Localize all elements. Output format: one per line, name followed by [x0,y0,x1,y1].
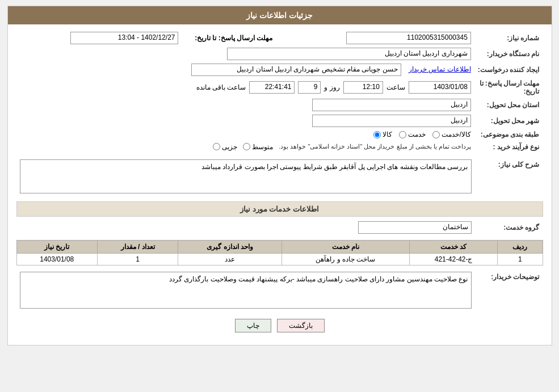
col-name: نام خدمت [281,241,410,254]
info-table: شماره نیاز: 1102005315000345 مهلت ارسال … [16,30,543,153]
footer-buttons: بازگشت چاپ [16,319,543,332]
tabaghe-khidmat-label: خدمت [408,130,426,138]
tabaghe-khidmat-radio[interactable] [399,131,406,138]
ijad-value-cell: اطلاعات تماس خریدار حسن جویانی مقام تشخی… [16,62,474,78]
service-table-head: ردیف کد خدمت نام خدمت واحد اندازه گیری ت… [16,241,543,254]
back-button[interactable]: بازگشت [277,319,325,332]
cell-radif: 1 [498,254,543,265]
dasgah-value: شهرداری اردبیل استان اردبیل [227,48,471,60]
tvsiyat-label: توضیحات خریدار: [475,270,543,312]
cell-name: ساخت جاده و راهآهن [281,254,410,265]
baqi-value: 22:41:41 [249,81,295,94]
col-date: تاریخ نیاز [16,241,97,254]
baqi-label: ساعت باقی مانده [196,83,246,91]
sharh-label: شرح کلی نیاز: [475,158,543,197]
tabaghe-kala-khidmat: کالا/خدمت [432,130,470,138]
content-area: شماره نیاز: 1102005315000345 مهلت ارسال … [8,24,552,345]
nooe-jozi-radio[interactable] [213,143,220,150]
ostan-label: استان محل تحویل: [474,97,543,113]
cell-unit: عدد [178,254,281,265]
tarikh-value-cell: 1402/12/27 - 13:04 [16,30,182,46]
rooz-label: روز و [324,83,339,91]
row-ijad: ایجاد کننده درخواست: اطلاعات تماس خریدار… [16,62,543,78]
table-row: 1 ج-42-42-421 ساخت جاده و راهآهن عدد 1 1… [16,254,543,265]
mohlat-text: مهلت ارسال پاسخ: تاتاریخ: [480,79,540,95]
tvsiyat-table: توضیحات خریدار: نوع صلاحیت مهندسین مشاور… [16,270,543,312]
tabaghe-kala-radio[interactable] [373,131,381,138]
grooh-value: ساختمان [358,221,472,234]
dasgah-value-cell: شهرداری اردبیل استان اردبیل [16,46,474,62]
service-table-header-row: ردیف کد خدمت نام خدمت واحد اندازه گیری ت… [16,241,543,254]
tabaghe-kala-khidmat-label: کالا/خدمت [442,130,470,138]
row-grooh: گروه خدمت: ساختمان [16,220,543,235]
sharh-textarea[interactable]: بررسی مطالعات ونقشه های اجرایی پل آقابقر… [20,159,472,193]
mohlat-label: مهلت ارسال پاسخ: تاتاریخ: [474,78,543,97]
tabaghe-value-cell: کالا/خدمت خدمت کالا [16,129,474,140]
grooh-label: گروه خدمت: [475,220,543,235]
page-title: جزئیات اطلاعات نیاز [246,11,313,20]
tvsiyat-textarea[interactable]: نوع صلاحیت مهندسین مشاور دارای صلاحیت را… [20,272,472,309]
shomara-value: 1102005315000345 [346,32,471,44]
grooh-value-cell: ساختمان [16,220,475,235]
khadamat-header: اطلاعات خدمات مورد نیاز [16,201,543,217]
ijad-link[interactable]: اطلاعات تماس خریدار [409,65,471,73]
page-header: جزئیات اطلاعات نیاز [8,6,552,24]
col-count: تعداد / مقدار [97,241,178,254]
col-unit: واحد اندازه گیری [178,241,281,254]
shahr-value-cell: اردبیل [16,113,474,129]
row-tvsiyat: توضیحات خریدار: نوع صلاحیت مهندسین مشاور… [16,270,543,312]
tarikh-text: مهلت ارسال پاسخ: تا تاریخ: [195,34,272,42]
tabaghe-khidmat: خدمت [399,130,426,138]
ostan-value: اردبیل [312,99,471,111]
date-value: 1403/01/08 [409,81,471,94]
dasgah-label: نام دستگاه خریدار: [474,46,543,62]
mohlat-value-cell: 1403/01/08 ساعت 12:10 روز و 9 22:41:41 س… [16,78,474,97]
tabaghe-label: طبقه بندی موضوعی: [474,129,543,140]
row-sharh: شرح کلی نیاز: بررسی مطالعات ونقشه های اج… [16,158,543,197]
tabaghe-kala-khidmat-radio[interactable] [432,131,440,138]
row-ostan: استان محل تحویل: اردبیل [16,97,543,113]
row-nooe: نوع فرآیند خرید : پرداخت تمام یا بخشی از… [16,140,543,153]
nooe-jozi: جزیی [213,143,237,151]
nooe-motavasset-label: متوسط [252,143,273,151]
process-type-row: پرداخت تمام یا بخشی از مبلغ خریداز محل "… [20,142,471,151]
ostan-value-cell: اردبیل [16,97,474,113]
shomara-label: شماره نیاز: [474,30,543,46]
col-radif: ردیف [498,241,543,254]
main-container: جزئیات اطلاعات نیاز شماره نیاز: 11020053… [7,6,552,345]
grooh-table: گروه خدمت: ساختمان [16,220,543,235]
print-button[interactable]: چاپ [235,319,271,332]
shomara-value-cell: 1102005315000345 [284,30,474,46]
cell-date: 1403/01/08 [16,254,97,265]
nooe-label: نوع فرآیند خرید : [474,140,543,153]
tabaghe-kala: کالا [373,130,392,138]
tvsiyat-value-cell: نوع صلاحیت مهندسین مشاور دارای صلاحیت را… [16,270,475,312]
nooe-jozi-label: جزیی [222,143,237,151]
nooe-motavasset: متوسط [243,143,273,151]
tarikh-label: مهلت ارسال پاسخ: تا تاریخ: [182,30,284,46]
tarikh-announce: 1402/12/27 - 13:04 [70,32,178,44]
sharh-table: شرح کلی نیاز: بررسی مطالعات ونقشه های اج… [16,158,543,197]
cell-code: ج-42-42-421 [410,254,498,265]
tabaghe-kala-label: کالا [383,130,392,138]
nooe-motavasset-radio[interactable] [243,143,250,150]
row-shomara: شماره نیاز: 1102005315000345 مهلت ارسال … [16,30,543,46]
sharh-value-cell: بررسی مطالعات ونقشه های اجرایی پل آقابقر… [16,158,475,197]
shahr-label: شهر محل تحویل: [474,113,543,129]
nooe-value-cell: پرداخت تمام یا بخشی از مبلغ خریداز محل "… [16,140,474,153]
ijad-label: ایجاد کننده درخواست: [474,62,543,78]
saat-label: ساعت [386,83,405,91]
date-row: 1403/01/08 ساعت 12:10 روز و 9 22:41:41 س… [20,81,471,94]
ijad-value: حسن جویانی مقام تشخیص شهرداری اردبیل است… [191,64,401,76]
tabaghe-radio-group: کالا/خدمت خدمت کالا [20,130,471,138]
row-mohlat: مهلت ارسال پاسخ: تاتاریخ: 1403/01/08 ساع… [16,78,543,97]
row-shahr: شهر محل تحویل: اردبیل [16,113,543,129]
rooz-value: 9 [298,81,321,94]
shahr-value: اردبیل [312,115,471,127]
service-table-body: 1 ج-42-42-421 ساخت جاده و راهآهن عدد 1 1… [16,254,543,265]
saat-value: 12:10 [343,81,383,94]
row-dasgah: نام دستگاه خریدار: شهرداری اردبیل استان … [16,46,543,62]
service-table: ردیف کد خدمت نام خدمت واحد اندازه گیری ت… [16,240,543,265]
col-code: کد خدمت [410,241,498,254]
cell-count: 1 [97,254,178,265]
